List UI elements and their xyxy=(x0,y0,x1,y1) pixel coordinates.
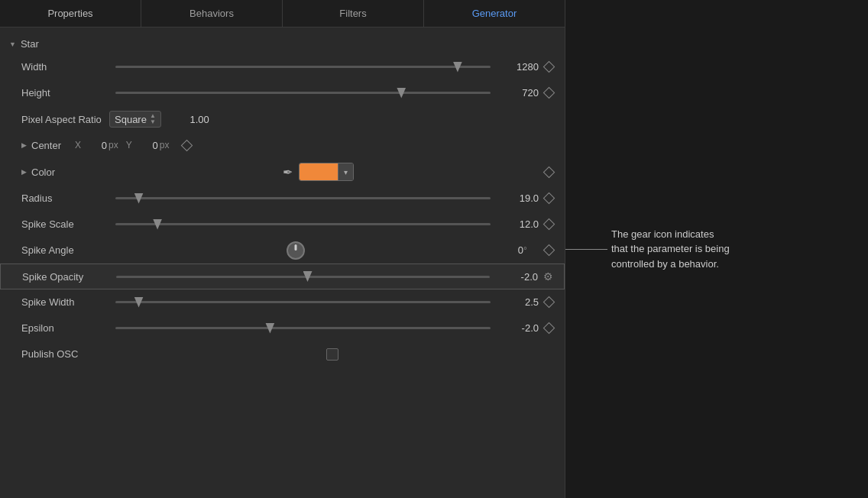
spike-width-slider[interactable] xyxy=(115,301,491,303)
center-label: Center xyxy=(31,140,61,151)
center-x-value[interactable]: 0 xyxy=(84,140,107,151)
epsilon-slider-track[interactable] xyxy=(115,327,491,329)
tab-generator[interactable]: Generator xyxy=(424,0,565,27)
spike-width-value[interactable]: 2.5 xyxy=(497,296,539,308)
spike-width-row: Spike Width 2.5 xyxy=(0,289,565,315)
publish-osc-label: Publish OSC xyxy=(21,348,109,360)
spike-scale-slider-thumb[interactable] xyxy=(153,219,162,230)
height-slider-track[interactable] xyxy=(115,92,491,94)
center-triangle-icon: ▶ xyxy=(21,141,27,149)
epsilon-label: Epsilon xyxy=(21,322,109,334)
spike-width-slider-thumb[interactable] xyxy=(134,297,144,308)
spike-angle-dial[interactable] xyxy=(287,241,305,260)
spike-scale-row: Spike Scale 12.0 xyxy=(0,212,565,238)
center-x-label: X xyxy=(75,140,81,150)
width-slider-track[interactable] xyxy=(115,66,491,68)
par-label: Pixel Aspect Ratio xyxy=(21,114,109,125)
height-label: Height xyxy=(21,87,109,99)
spike-opacity-row: Spike Opacity -2.0 ⚙ xyxy=(0,264,565,289)
epsilon-slider-thumb[interactable] xyxy=(265,323,274,334)
radius-slider[interactable] xyxy=(115,197,491,199)
spike-width-slider-track[interactable] xyxy=(115,301,491,303)
par-dropdown[interactable]: Square ▲ ▼ xyxy=(109,111,161,128)
panel-content: ▼ Star Width 1280 Height 720 xyxy=(0,27,565,498)
epsilon-value[interactable]: -2.0 xyxy=(497,322,539,334)
center-y-unit: px xyxy=(160,140,170,150)
spike-angle-value[interactable]: 0 xyxy=(481,244,523,256)
tab-behaviors[interactable]: Behaviors xyxy=(141,0,283,27)
height-slider-thumb[interactable] xyxy=(397,88,406,99)
width-row: Width 1280 xyxy=(0,54,565,80)
tab-filters[interactable]: Filters xyxy=(283,0,424,27)
spike-angle-row: Spike Angle 0 ° xyxy=(0,238,565,264)
spike-angle-unit: ° xyxy=(523,245,539,256)
spike-angle-area xyxy=(115,241,475,260)
annotation-line xyxy=(565,249,607,250)
width-slider[interactable] xyxy=(115,66,491,68)
spike-scale-keyframe-icon[interactable] xyxy=(542,218,555,231)
color-label: Color xyxy=(31,167,55,178)
color-row: ▶ Color ✒ ▾ xyxy=(0,158,565,186)
spike-scale-slider-track[interactable] xyxy=(115,223,491,225)
width-slider-thumb[interactable] xyxy=(453,62,462,73)
publish-osc-checkbox-area xyxy=(109,348,555,361)
height-row: Height 720 xyxy=(0,80,565,106)
color-swatch[interactable] xyxy=(300,163,338,180)
annotation-text: The gear icon indicates that the paramet… xyxy=(611,227,730,272)
par-value[interactable]: 1.00 xyxy=(167,114,209,125)
width-label: Width xyxy=(21,61,109,73)
spike-opacity-slider-track[interactable] xyxy=(116,276,490,278)
radius-slider-track[interactable] xyxy=(115,197,491,199)
spike-opacity-slider[interactable] xyxy=(116,276,490,278)
width-keyframe-icon[interactable] xyxy=(542,60,555,74)
tab-properties[interactable]: Properties xyxy=(0,0,141,27)
spike-width-label: Spike Width xyxy=(21,296,109,308)
radius-slider-thumb[interactable] xyxy=(134,193,144,204)
publish-osc-checkbox[interactable] xyxy=(326,348,338,361)
spike-opacity-label: Spike Opacity xyxy=(22,271,110,283)
spike-angle-keyframe-icon[interactable] xyxy=(542,244,555,257)
radius-value[interactable]: 19.0 xyxy=(497,192,539,204)
radius-keyframe-icon[interactable] xyxy=(542,192,555,205)
spike-opacity-slider-thumb[interactable] xyxy=(303,271,313,282)
color-triangle-icon: ▶ xyxy=(21,168,27,176)
spike-angle-label: Spike Angle xyxy=(21,244,109,256)
spike-scale-label: Spike Scale xyxy=(21,218,109,230)
annotation-area: The gear icon indicates that the paramet… xyxy=(565,0,868,498)
section-star-header[interactable]: ▼ Star xyxy=(0,34,565,54)
center-x-unit: px xyxy=(108,140,118,150)
center-label-container[interactable]: ▶ Center xyxy=(21,140,75,151)
height-keyframe-icon[interactable] xyxy=(542,86,555,100)
pixel-aspect-ratio-row: Pixel Aspect Ratio Square ▲ ▼ 1.00 xyxy=(0,106,565,132)
section-triangle-icon: ▼ xyxy=(9,40,16,48)
color-keyframe-icon[interactable] xyxy=(542,165,555,179)
tab-bar: Properties Behaviors Filters Generator xyxy=(0,0,565,27)
radius-row: Radius 19.0 xyxy=(0,186,565,212)
width-value[interactable]: 1280 xyxy=(497,61,539,73)
publish-osc-row: Publish OSC xyxy=(0,341,565,367)
height-value[interactable]: 720 xyxy=(497,87,539,99)
color-label-container[interactable]: ▶ Color xyxy=(21,167,98,178)
center-y-label: Y xyxy=(126,140,132,150)
spike-width-keyframe-icon[interactable] xyxy=(542,296,555,309)
epsilon-slider[interactable] xyxy=(115,327,491,329)
par-dropdown-value: Square xyxy=(115,114,147,125)
spike-scale-slider[interactable] xyxy=(115,223,491,225)
spike-scale-value[interactable]: 12.0 xyxy=(497,218,539,230)
eyedropper-icon[interactable]: ✒ xyxy=(283,165,293,179)
epsilon-row: Epsilon -2.0 xyxy=(0,315,565,341)
radius-label: Radius xyxy=(21,192,109,204)
center-row: ▶ Center X 0 px Y 0 px xyxy=(0,132,565,158)
spike-opacity-value[interactable]: -2.0 xyxy=(496,271,538,283)
gear-icon[interactable]: ⚙ xyxy=(541,270,555,283)
color-dropdown-button[interactable]: ▾ xyxy=(338,163,353,180)
center-keyframe-icon[interactable] xyxy=(180,138,193,152)
epsilon-keyframe-icon[interactable] xyxy=(542,322,555,335)
center-y-value[interactable]: 0 xyxy=(135,140,158,151)
properties-panel: Properties Behaviors Filters Generator ▼… xyxy=(0,0,565,498)
color-swatch-container[interactable]: ▾ xyxy=(299,163,354,181)
par-arrows-icon: ▲ ▼ xyxy=(150,113,156,125)
height-slider[interactable] xyxy=(115,92,491,94)
section-star-label: Star xyxy=(21,38,39,50)
